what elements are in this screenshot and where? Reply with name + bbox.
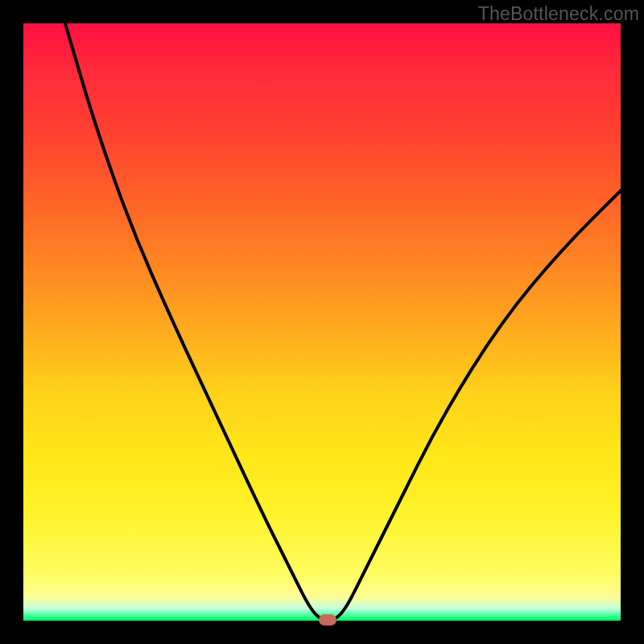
optimum-marker: [319, 614, 336, 625]
curve-svg: [23, 23, 621, 621]
chart-stage: TheBottleneck.com: [0, 0, 644, 644]
watermark-label: TheBottleneck.com: [478, 3, 639, 25]
plot-area: [23, 23, 621, 621]
bottleneck-curve: [65, 23, 621, 621]
